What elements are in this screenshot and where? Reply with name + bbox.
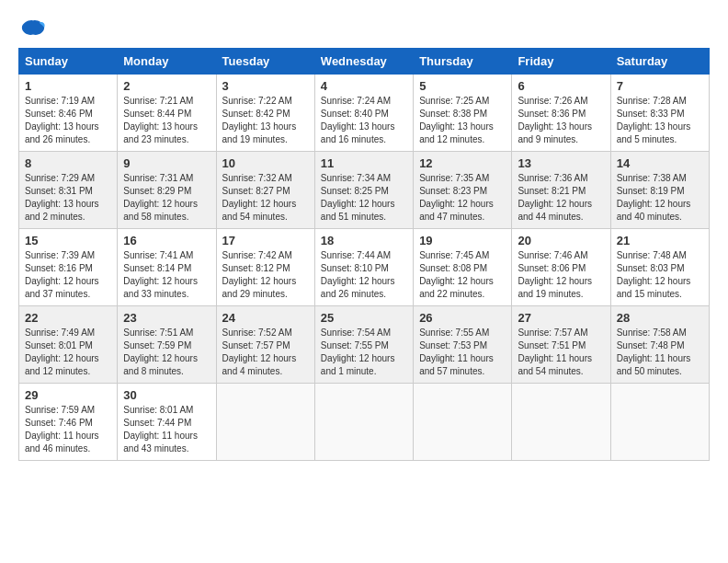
calendar-cell (216, 384, 314, 461)
calendar-cell (414, 384, 512, 461)
day-info: Sunrise: 7:35 AMSunset: 8:23 PMDaylight:… (419, 172, 506, 224)
calendar-cell: 20Sunrise: 7:46 AMSunset: 8:06 PMDayligh… (512, 229, 610, 306)
day-number: 9 (123, 156, 210, 170)
day-info: Sunrise: 7:55 AMSunset: 7:53 PMDaylight:… (419, 327, 506, 378)
day-info: Sunrise: 7:32 AMSunset: 8:27 PMDaylight:… (222, 172, 309, 224)
calendar-cell: 23Sunrise: 7:51 AMSunset: 7:59 PMDayligh… (118, 306, 216, 384)
day-info: Sunrise: 7:24 AMSunset: 8:40 PMDaylight:… (321, 95, 407, 146)
calendar-cell (610, 384, 709, 461)
day-info: Sunrise: 7:19 AMSunset: 8:46 PMDaylight:… (25, 95, 111, 146)
day-info: Sunrise: 8:01 AMSunset: 7:44 PMDaylight:… (123, 404, 210, 455)
day-number: 14 (617, 156, 703, 170)
logo (18, 18, 46, 39)
day-number: 16 (123, 234, 210, 247)
day-number: 8 (25, 156, 111, 170)
calendar-cell: 9Sunrise: 7:31 AMSunset: 8:29 PMDaylight… (118, 152, 216, 229)
calendar-cell: 1Sunrise: 7:19 AMSunset: 8:46 PMDaylight… (19, 75, 118, 152)
calendar-cell: 28Sunrise: 7:58 AMSunset: 7:48 PMDayligh… (610, 306, 709, 384)
day-number: 11 (321, 156, 407, 170)
day-number: 1 (25, 79, 111, 93)
day-info: Sunrise: 7:22 AMSunset: 8:42 PMDaylight:… (222, 95, 309, 146)
day-number: 13 (518, 156, 604, 170)
calendar-table: SundayMondayTuesdayWednesdayThursdayFrid… (18, 48, 710, 461)
calendar-cell: 6Sunrise: 7:26 AMSunset: 8:36 PMDaylight… (512, 75, 610, 152)
calendar-cell: 21Sunrise: 7:48 AMSunset: 8:03 PMDayligh… (610, 229, 709, 306)
day-info: Sunrise: 7:46 AMSunset: 8:06 PMDaylight:… (518, 249, 604, 301)
day-info: Sunrise: 7:39 AMSunset: 8:16 PMDaylight:… (25, 249, 111, 301)
calendar-week-row: 1Sunrise: 7:19 AMSunset: 8:46 PMDaylight… (19, 75, 710, 152)
day-info: Sunrise: 7:45 AMSunset: 8:08 PMDaylight:… (419, 249, 506, 301)
day-number: 5 (419, 79, 506, 93)
day-number: 2 (123, 79, 210, 93)
day-number: 22 (25, 311, 111, 325)
weekday-header-thursday: Thursday (414, 49, 512, 75)
calendar-week-row: 15Sunrise: 7:39 AMSunset: 8:16 PMDayligh… (19, 229, 710, 306)
day-info: Sunrise: 7:28 AMSunset: 8:33 PMDaylight:… (617, 95, 703, 146)
logo-bird-icon (20, 18, 46, 39)
day-number: 21 (617, 234, 703, 247)
calendar-cell: 11Sunrise: 7:34 AMSunset: 8:25 PMDayligh… (314, 152, 413, 229)
day-number: 28 (617, 311, 703, 325)
day-info: Sunrise: 7:44 AMSunset: 8:10 PMDaylight:… (321, 249, 407, 301)
day-number: 24 (222, 311, 309, 325)
day-info: Sunrise: 7:34 AMSunset: 8:25 PMDaylight:… (321, 172, 407, 224)
weekday-header-row: SundayMondayTuesdayWednesdayThursdayFrid… (19, 49, 710, 75)
day-info: Sunrise: 7:31 AMSunset: 8:29 PMDaylight:… (123, 172, 210, 224)
day-info: Sunrise: 7:48 AMSunset: 8:03 PMDaylight:… (617, 249, 703, 301)
day-info: Sunrise: 7:57 AMSunset: 7:51 PMDaylight:… (518, 327, 604, 378)
day-number: 7 (617, 79, 703, 93)
calendar-cell: 13Sunrise: 7:36 AMSunset: 8:21 PMDayligh… (512, 152, 610, 229)
day-number: 4 (321, 79, 407, 93)
calendar-cell: 10Sunrise: 7:32 AMSunset: 8:27 PMDayligh… (216, 152, 314, 229)
weekday-header-saturday: Saturday (610, 49, 709, 75)
calendar-cell: 29Sunrise: 7:59 AMSunset: 7:46 PMDayligh… (19, 384, 118, 461)
calendar-cell: 24Sunrise: 7:52 AMSunset: 7:57 PMDayligh… (216, 306, 314, 384)
day-info: Sunrise: 7:52 AMSunset: 7:57 PMDaylight:… (222, 327, 309, 378)
calendar-cell: 4Sunrise: 7:24 AMSunset: 8:40 PMDaylight… (314, 75, 413, 152)
calendar-cell (512, 384, 610, 461)
calendar-cell: 17Sunrise: 7:42 AMSunset: 8:12 PMDayligh… (216, 229, 314, 306)
weekday-header-sunday: Sunday (19, 49, 118, 75)
day-number: 30 (123, 388, 210, 402)
day-number: 23 (123, 311, 210, 325)
day-number: 25 (321, 311, 407, 325)
day-number: 26 (419, 311, 506, 325)
day-number: 29 (25, 388, 111, 402)
calendar-cell: 19Sunrise: 7:45 AMSunset: 8:08 PMDayligh… (414, 229, 512, 306)
calendar-cell: 15Sunrise: 7:39 AMSunset: 8:16 PMDayligh… (19, 229, 118, 306)
day-number: 3 (222, 79, 309, 93)
day-number: 12 (419, 156, 506, 170)
day-info: Sunrise: 7:21 AMSunset: 8:44 PMDaylight:… (123, 95, 210, 146)
day-info: Sunrise: 7:51 AMSunset: 7:59 PMDaylight:… (123, 327, 210, 378)
day-info: Sunrise: 7:54 AMSunset: 7:55 PMDaylight:… (321, 327, 407, 378)
calendar-week-row: 29Sunrise: 7:59 AMSunset: 7:46 PMDayligh… (19, 384, 710, 461)
weekday-header-friday: Friday (512, 49, 610, 75)
calendar-cell: 14Sunrise: 7:38 AMSunset: 8:19 PMDayligh… (610, 152, 709, 229)
weekday-header-monday: Monday (118, 49, 216, 75)
day-info: Sunrise: 7:59 AMSunset: 7:46 PMDaylight:… (25, 404, 111, 455)
day-info: Sunrise: 7:41 AMSunset: 8:14 PMDaylight:… (123, 249, 210, 301)
day-info: Sunrise: 7:58 AMSunset: 7:48 PMDaylight:… (617, 327, 703, 378)
calendar-cell: 5Sunrise: 7:25 AMSunset: 8:38 PMDaylight… (414, 75, 512, 152)
day-number: 6 (518, 79, 604, 93)
day-info: Sunrise: 7:49 AMSunset: 8:01 PMDaylight:… (25, 327, 111, 378)
day-info: Sunrise: 7:26 AMSunset: 8:36 PMDaylight:… (518, 95, 604, 146)
weekday-header-wednesday: Wednesday (314, 49, 413, 75)
day-info: Sunrise: 7:38 AMSunset: 8:19 PMDaylight:… (617, 172, 703, 224)
calendar-cell (314, 384, 413, 461)
day-number: 15 (25, 234, 111, 247)
day-number: 17 (222, 234, 309, 247)
calendar-cell: 18Sunrise: 7:44 AMSunset: 8:10 PMDayligh… (314, 229, 413, 306)
calendar-cell: 26Sunrise: 7:55 AMSunset: 7:53 PMDayligh… (414, 306, 512, 384)
day-info: Sunrise: 7:42 AMSunset: 8:12 PMDaylight:… (222, 249, 309, 301)
calendar-cell: 3Sunrise: 7:22 AMSunset: 8:42 PMDaylight… (216, 75, 314, 152)
day-number: 27 (518, 311, 604, 325)
weekday-header-tuesday: Tuesday (216, 49, 314, 75)
calendar-cell: 25Sunrise: 7:54 AMSunset: 7:55 PMDayligh… (314, 306, 413, 384)
day-number: 19 (419, 234, 506, 247)
calendar-week-row: 8Sunrise: 7:29 AMSunset: 8:31 PMDaylight… (19, 152, 710, 229)
calendar-cell: 30Sunrise: 8:01 AMSunset: 7:44 PMDayligh… (118, 384, 216, 461)
calendar-cell: 7Sunrise: 7:28 AMSunset: 8:33 PMDaylight… (610, 75, 709, 152)
calendar-cell: 27Sunrise: 7:57 AMSunset: 7:51 PMDayligh… (512, 306, 610, 384)
day-number: 10 (222, 156, 309, 170)
